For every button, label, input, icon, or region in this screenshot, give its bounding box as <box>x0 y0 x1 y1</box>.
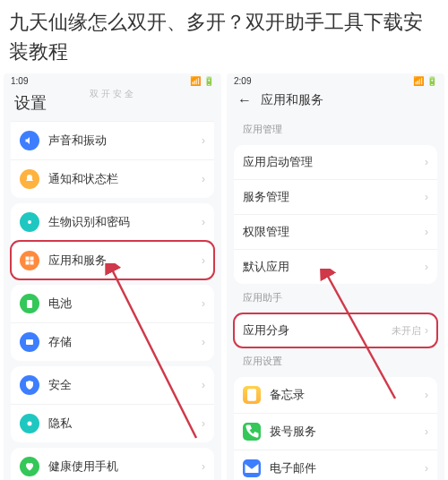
item-battery[interactable]: 电池 › <box>11 285 214 322</box>
chevron-icon: › <box>425 462 428 475</box>
chevron-icon: › <box>202 417 205 430</box>
chevron-icon: › <box>425 226 428 238</box>
statusbar-left: 1:09 📶 🔋 <box>4 73 221 89</box>
label: 存储 <box>48 334 202 350</box>
section-settings: 应用设置 <box>227 347 444 372</box>
label: 电池 <box>48 296 202 312</box>
chevron-icon: › <box>425 425 428 438</box>
chevron-icon: › <box>202 460 205 473</box>
time-right: 2:09 <box>234 76 251 86</box>
chevron-icon: › <box>425 156 428 168</box>
item-storage[interactable]: 存储 › <box>11 322 214 361</box>
svg-rect-2 <box>30 257 34 261</box>
label: 声音和振动 <box>48 133 202 149</box>
item-perm[interactable]: 权限管理 › <box>234 214 437 249</box>
section-helper: 应用助手 <box>227 284 444 308</box>
chevron-icon: › <box>202 134 205 147</box>
label: 权限管理 <box>243 224 425 240</box>
label: 默认应用 <box>243 259 425 275</box>
chevron-icon: › <box>202 173 205 185</box>
item-apps[interactable]: 应用和服务 › <box>11 241 214 279</box>
svg-rect-5 <box>27 300 32 308</box>
shield-icon <box>20 375 39 395</box>
item-email[interactable]: 电子邮件 › <box>234 450 437 480</box>
page-title: 九天仙缘怎么双开、多开？双开助手工具下载安装教程 <box>0 0 448 73</box>
phone-icon <box>243 423 261 441</box>
storage-icon <box>20 332 39 352</box>
label: 安全 <box>48 377 202 393</box>
item-launch[interactable]: 应用启动管理 › <box>234 145 437 179</box>
status-icons-right: 📶 🔋 <box>413 76 437 86</box>
section-mgmt: 应用管理 <box>227 116 444 140</box>
chevron-icon: › <box>202 336 205 348</box>
label: 隐私 <box>48 416 202 432</box>
phone-right: 2:09 📶 🔋 ← 应用和服务 应用管理 应用启动管理 › 服务管理 › 权限… <box>227 73 444 480</box>
fingerprint-icon <box>20 212 39 232</box>
item-service[interactable]: 服务管理 › <box>234 179 437 214</box>
item-dial[interactable]: 拨号服务 › <box>234 413 437 450</box>
phones-row: 1:09 📶 🔋 设置 双开安全 声音和振动 › 通知和状态栏 › 生物识别和密… <box>0 73 448 480</box>
item-health[interactable]: 健康使用手机 › <box>11 448 214 480</box>
svg-rect-6 <box>26 339 33 345</box>
item-security[interactable]: 安全 › <box>11 366 214 404</box>
chevron-icon: › <box>202 379 205 391</box>
status-icons-left: 📶 🔋 <box>190 76 214 86</box>
label: 通知和状态栏 <box>48 171 202 187</box>
chevron-icon: › <box>202 254 205 267</box>
svg-rect-1 <box>26 257 30 261</box>
svg-point-0 <box>28 220 31 224</box>
header-label: 应用和服务 <box>261 92 323 108</box>
battery-icon <box>20 294 39 313</box>
label: 备忘录 <box>270 387 425 403</box>
back-icon[interactable]: ← <box>237 92 252 108</box>
phone-left: 1:09 📶 🔋 设置 双开安全 声音和振动 › 通知和状态栏 › 生物识别和密… <box>4 73 221 480</box>
time-left: 1:09 <box>11 76 28 86</box>
health-icon <box>20 457 39 476</box>
item-notif[interactable]: 通知和状态栏 › <box>11 159 214 198</box>
label: 电子邮件 <box>270 460 425 476</box>
chevron-icon: › <box>425 261 428 273</box>
apps-header: ← 应用和服务 <box>227 89 444 116</box>
chevron-icon: › <box>425 324 428 337</box>
overlay-tag: 双开安全 <box>90 88 136 100</box>
chevron-icon: › <box>425 389 428 401</box>
item-clone[interactable]: 应用分身 未开启 › <box>234 313 437 347</box>
item-bio[interactable]: 生物识别和密码 › <box>11 203 214 241</box>
label: 应用分身 <box>243 322 392 339</box>
label: 服务管理 <box>243 189 425 205</box>
item-default[interactable]: 默认应用 › <box>234 249 437 284</box>
memo-icon <box>243 386 261 404</box>
svg-rect-9 <box>247 389 256 400</box>
svg-rect-3 <box>26 261 30 265</box>
label: 拨号服务 <box>270 424 425 440</box>
label: 健康使用手机 <box>48 459 202 475</box>
svg-rect-4 <box>30 261 34 265</box>
sound-icon <box>20 131 39 150</box>
bell-icon <box>20 169 39 189</box>
label: 应用启动管理 <box>243 154 425 170</box>
item-sound[interactable]: 声音和振动 › <box>11 121 214 159</box>
email-icon <box>243 459 261 477</box>
item-privacy[interactable]: 隐私 › <box>11 404 214 442</box>
label: 应用和服务 <box>48 253 202 269</box>
chevron-icon: › <box>425 191 428 203</box>
statusbar-right: 2:09 📶 🔋 <box>227 73 444 89</box>
privacy-icon <box>20 414 39 433</box>
apps-icon <box>20 251 39 270</box>
chevron-icon: › <box>202 216 205 228</box>
status-value: 未开启 <box>392 324 421 338</box>
item-memo[interactable]: 备忘录 › <box>234 377 437 413</box>
label: 生物识别和密码 <box>48 214 202 230</box>
svg-point-7 <box>28 422 32 426</box>
chevron-icon: › <box>202 297 205 310</box>
